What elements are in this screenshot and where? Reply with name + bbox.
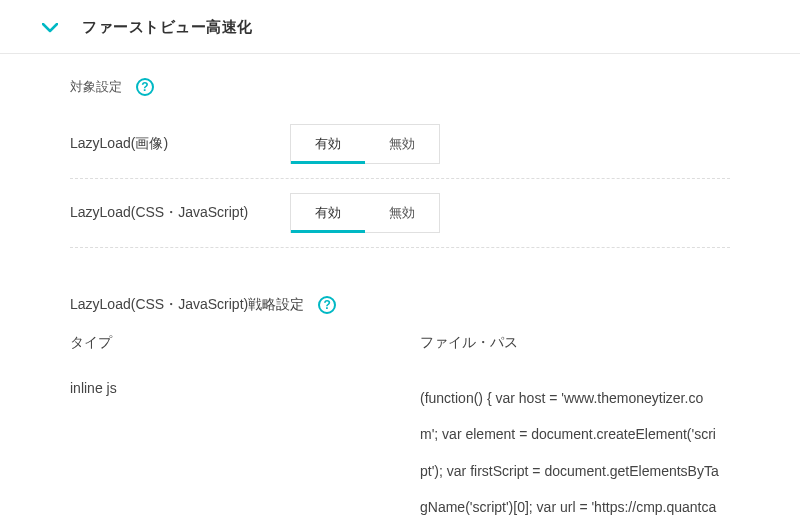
strategy-header: LazyLoad(CSS・JavaScript)戦略設定 ? (70, 296, 730, 314)
content-area: 対象設定 ? LazyLoad(画像) 有効 無効 LazyLoad(CSS・J… (0, 54, 800, 532)
target-settings-label: 対象設定 (70, 78, 122, 96)
help-icon[interactable]: ? (136, 78, 154, 96)
toggle-enabled[interactable]: 有効 (291, 125, 365, 163)
table-row: inline js (function() { var host = 'www.… (70, 380, 730, 532)
toggle-group-lazyload-image: 有効 無効 (290, 124, 440, 164)
setting-label: LazyLoad(CSS・JavaScript) (70, 204, 290, 222)
column-path-header: ファイル・パス (420, 334, 730, 352)
toggle-group-lazyload-css-js: 有効 無効 (290, 193, 440, 233)
toggle-disabled[interactable]: 無効 (365, 194, 439, 232)
column-type-header: タイプ (70, 334, 420, 352)
setting-label: LazyLoad(画像) (70, 135, 290, 153)
strategy-section: LazyLoad(CSS・JavaScript)戦略設定 ? タイプ ファイル・… (70, 296, 730, 532)
toggle-disabled[interactable]: 無効 (365, 125, 439, 163)
target-settings-header: 対象設定 ? (70, 78, 730, 96)
help-icon[interactable]: ? (318, 296, 336, 314)
strategy-title: LazyLoad(CSS・JavaScript)戦略設定 (70, 296, 304, 314)
section-header[interactable]: ファーストビュー高速化 (0, 0, 800, 54)
setting-row-lazyload-image: LazyLoad(画像) 有効 無効 (70, 110, 730, 179)
cell-type: inline js (70, 380, 420, 532)
columns-header: タイプ ファイル・パス (70, 334, 730, 352)
chevron-down-icon (42, 23, 58, 33)
cell-path: (function() { var host = 'www.themoneyti… (420, 380, 730, 532)
section-title: ファーストビュー高速化 (82, 18, 253, 37)
toggle-enabled[interactable]: 有効 (291, 194, 365, 232)
setting-row-lazyload-css-js: LazyLoad(CSS・JavaScript) 有効 無効 (70, 179, 730, 248)
